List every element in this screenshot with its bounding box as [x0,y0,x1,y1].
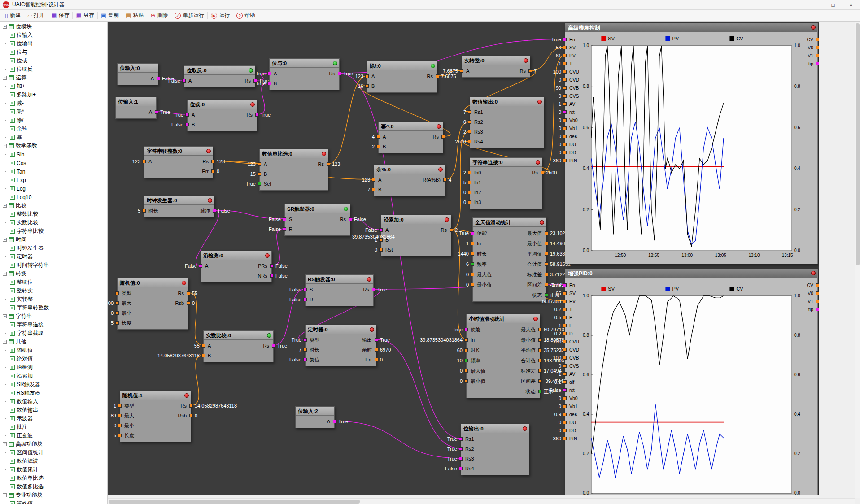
tree-item[interactable]: 位与 [5,48,107,56]
node-2[interactable]: 位与:0ATrueRsTrueBTrue [269,58,340,90]
output-port[interactable] [213,209,216,213]
output-port[interactable] [538,338,542,342]
toolbar-button-10[interactable]: ?帮助 [233,11,258,21]
node-14[interactable]: SR触发器:0SFalseRsFalseRFalse [284,204,350,236]
panel-input-port[interactable] [563,372,567,376]
tree-category[interactable]: −数学函数 [2,142,107,150]
panel-input-port[interactable] [563,135,567,138]
output-port[interactable] [211,160,215,163]
panel-input-port[interactable] [563,308,567,311]
tree-item[interactable]: 幂 [5,133,107,142]
panel-input-port[interactable] [563,143,567,146]
tree-item[interactable]: Log10 [5,193,107,201]
input-port[interactable] [379,238,383,242]
panel-input-port[interactable] [563,38,567,41]
tree-category[interactable]: −时间 [2,235,107,244]
output-port[interactable] [189,404,193,408]
input-port[interactable] [258,162,261,166]
tree-item[interactable]: 数值输入 [5,397,107,406]
tree-item[interactable]: 余% [5,125,107,133]
panel-output-port[interactable] [816,62,819,65]
output-port[interactable] [450,228,453,232]
output-port[interactable] [338,72,341,75]
tree-item[interactable]: 沿累加 [5,372,107,380]
input-port[interactable] [115,301,119,305]
tree-category[interactable]: −转换 [2,269,107,278]
output-port[interactable] [375,338,378,342]
input-port[interactable] [468,110,471,114]
panel-input-port[interactable] [563,404,567,408]
tree-item[interactable]: 字符串连接 [5,321,107,329]
tree-category[interactable]: −专业功能块 [2,491,107,500]
input-port[interactable] [379,248,383,252]
collapse-icon[interactable]: − [3,25,7,29]
output-port[interactable] [545,273,548,276]
panel-input-port[interactable] [563,413,567,416]
input-port[interactable] [372,188,375,191]
input-port[interactable] [459,437,463,441]
collapse-icon[interactable]: − [3,314,7,318]
toolbar-button-1[interactable]: ▯新建 [2,11,24,21]
input-port[interactable] [185,123,189,126]
toolbar-button-4[interactable]: ▦另存 [73,11,97,21]
panel-output-port[interactable] [816,54,819,57]
panel-output-port[interactable] [816,308,819,311]
output-port[interactable] [538,348,542,352]
collapse-icon[interactable]: − [3,144,7,148]
input-port[interactable] [303,358,307,361]
horizontal-scrollbar-thumb[interactable] [109,500,360,504]
tree-item[interactable]: 位输入 [5,31,107,39]
node-22[interactable]: 小时值滑动统计使能True最大值60.79713In39.87353040318… [466,314,540,398]
panel-input-port[interactable] [563,396,567,400]
node-7[interactable]: 数值输出:0Rs17Rs20Rs32Rs42b00 [470,97,544,148]
panel-input-port[interactable] [563,283,567,287]
output-port[interactable] [443,178,447,182]
tree-item[interactable]: Sin [5,150,107,159]
input-port[interactable] [303,348,307,352]
input-port[interactable] [468,140,471,143]
node-18[interactable]: RS触发器:0SFalseRsTrueRFalse [305,274,374,306]
tree-item[interactable]: Log [5,184,107,193]
tree-item[interactable]: 位或 [5,56,107,65]
tree-item[interactable]: 随机值 [5,346,107,355]
panel-input-port[interactable] [563,118,567,122]
panel-input-port[interactable] [563,324,567,327]
output-port[interactable] [187,301,190,305]
input-port[interactable] [460,69,463,73]
input-port[interactable] [379,228,383,232]
tree-item[interactable]: 沿检测 [5,363,107,372]
input-port[interactable] [185,113,189,117]
horizontal-scrollbar[interactable] [108,498,855,504]
node-6[interactable]: 位或:0ATrueRsTrueBFalse [187,100,257,131]
input-port[interactable] [468,191,471,194]
node-3[interactable]: 除/:0A123Rs7.6875B16 [367,61,437,93]
tree-item[interactable]: 数值累计 [5,465,107,474]
input-port[interactable] [459,467,463,470]
tree-item[interactable]: 正玄波 [5,431,107,440]
input-port[interactable] [267,82,271,85]
input-port[interactable] [118,404,122,408]
output-port[interactable] [538,328,542,331]
tree-item[interactable]: 数值单比选 [5,474,107,482]
panel-output-port[interactable] [816,283,819,287]
panel-input-port[interactable] [563,291,567,295]
output-port[interactable] [372,288,375,291]
tree-item[interactable]: RS触发器 [5,389,107,397]
node-23[interactable]: 随机值:1类型1Rs14.0582987643118最大89Rsb0最小0长度5 [120,391,191,442]
output-port[interactable] [327,162,330,166]
panel-input-port[interactable] [563,126,567,130]
panel-input-port[interactable] [563,151,567,154]
node-16[interactable]: 全天值滑动统计使能True最大值23.1025In1最小值14.49011时长1… [472,217,546,302]
output-port[interactable] [255,113,259,117]
output-port[interactable] [538,359,542,362]
node-9[interactable]: 数值单比选:0A123Rs123B15SelTrue [259,149,328,191]
tree-item[interactable]: SR触发器 [5,380,107,389]
input-port[interactable] [468,181,471,184]
tree-category[interactable]: −位模块 [2,22,107,31]
canvas[interactable]: 位输入:0AFalse位取反:0AFalseRsTrue位与:0ATrueRsT… [108,22,819,495]
toolbar-button-6[interactable]: ▤粘贴 [122,11,147,21]
collapse-icon[interactable]: − [3,442,7,446]
tree-category[interactable]: −比较 [2,201,107,210]
panel-input-port[interactable] [563,340,567,343]
maximize-button[interactable]: □ [824,0,842,10]
